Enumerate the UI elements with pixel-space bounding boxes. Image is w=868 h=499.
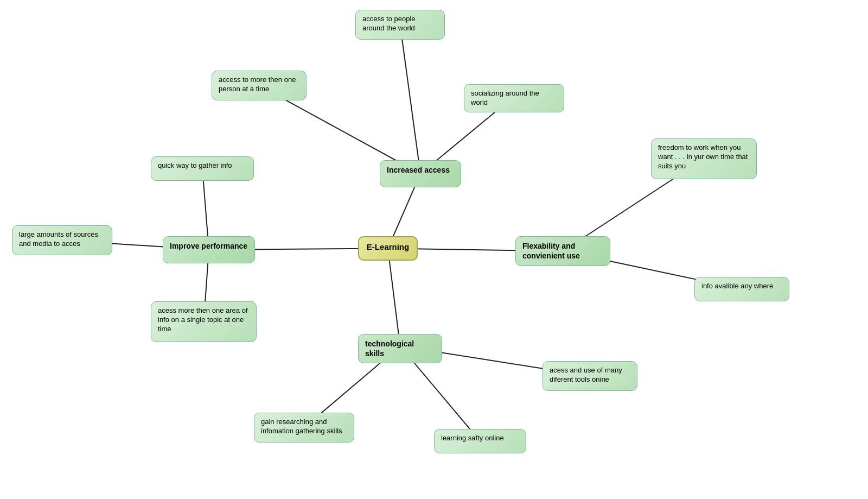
mind-map: E-LearningIncreased accessImprove perfor…	[0, 0, 868, 499]
svg-line-3	[388, 249, 400, 346]
svg-line-4	[400, 25, 421, 174]
node-quick-way: quick way to gather info	[151, 156, 254, 181]
connections-svg	[0, 0, 868, 499]
node-gain-researching: gain researching and infomation gatherin…	[254, 413, 354, 443]
node-socializing: socializing around the world	[464, 84, 564, 112]
node-increased-access: Increased access	[380, 160, 461, 187]
node-acess-tools: acess and use of many diferent tools oni…	[542, 361, 637, 391]
node-large-amounts: large amounts of sources and media to ac…	[12, 225, 112, 255]
node-improve-performance: Improve performance	[163, 236, 255, 263]
node-freedom-work: freedom to work when you want . . . in y…	[651, 138, 757, 179]
node-access-more-one: access to more then one person at a time	[212, 71, 307, 100]
node-access-world: access to people around the world	[355, 10, 445, 40]
node-learning-safety: learning safty online	[434, 429, 526, 453]
node-tech-skills: technological skills	[358, 334, 442, 363]
node-elearning: E-Learning	[358, 236, 418, 261]
node-info-available: info avalible any where	[694, 277, 789, 301]
node-flexibility: Flexability and convienient use	[515, 236, 610, 266]
node-acess-more-areas: acess more then one area of info on a si…	[151, 301, 257, 342]
